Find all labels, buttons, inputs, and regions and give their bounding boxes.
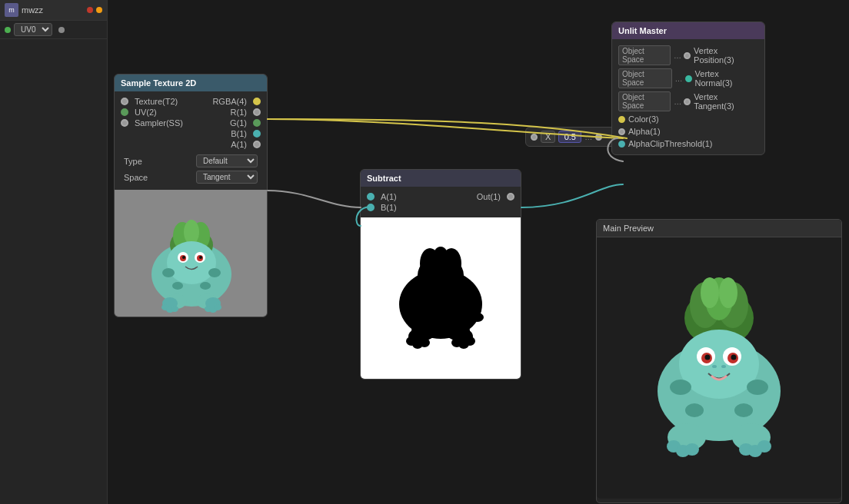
sample-texture-header: Sample Texture 2D xyxy=(115,75,267,91)
label-out: Out(1) xyxy=(477,192,501,201)
sample-texture-2d-node: Sample Texture 2D Texture(T2) UV(2) Samp… xyxy=(114,74,268,317)
svg-point-73 xyxy=(757,440,771,453)
type-field-row: Type Default Normal xyxy=(121,153,261,169)
svg-point-44 xyxy=(471,313,484,322)
vtang-dots: … xyxy=(674,98,681,106)
socket-a-out[interactable] xyxy=(253,141,261,148)
unlit-row-alpha: Alpha(1) xyxy=(618,125,758,138)
main-preview-header: Main Preview xyxy=(597,220,841,237)
socket-b-out[interactable] xyxy=(253,130,261,138)
socket-r-out[interactable] xyxy=(253,108,261,116)
socket-vnorm-in[interactable] xyxy=(685,75,692,82)
label-a: A(1) xyxy=(231,140,247,149)
unlit-row-vnorm: Object Space … Vertex Normal(3) xyxy=(618,67,758,90)
svg-point-50 xyxy=(701,277,719,308)
svg-point-32 xyxy=(432,247,449,273)
svg-point-15 xyxy=(172,282,183,290)
socket-uv-in[interactable] xyxy=(121,108,128,116)
socket-alpha-in[interactable] xyxy=(618,128,625,135)
unlit-master-header: Unlit Master xyxy=(612,22,764,39)
label-uv: UV(2) xyxy=(135,108,157,117)
output-row-g: G(1) xyxy=(230,118,261,128)
subtract-cols: A(1) B(1) Out(1) xyxy=(367,191,514,213)
vnorm-dots: … xyxy=(675,75,683,83)
svg-point-6 xyxy=(167,241,216,284)
alpha-right-socket[interactable] xyxy=(595,134,602,141)
avatar: m xyxy=(5,3,18,17)
input-row-texture: Texture(T2) xyxy=(121,96,191,107)
dot-red[interactable] xyxy=(87,7,93,13)
type-label: Type xyxy=(124,157,142,166)
socket-color-in[interactable] xyxy=(618,116,625,123)
label-b: B(1) xyxy=(231,129,247,138)
wire-a-subtract xyxy=(268,191,361,207)
bulbasaur-preview-svg xyxy=(115,190,267,317)
label-alphaclip: AlphaClipThreshold(1) xyxy=(628,139,712,148)
svg-point-70 xyxy=(685,443,699,456)
unlit-row-alphaclip: AlphaClipThreshold(1) xyxy=(618,138,758,150)
label-sampler: Sampler(SS) xyxy=(135,118,183,128)
svg-point-13 xyxy=(162,268,175,277)
socket-rgba-out[interactable] xyxy=(253,98,261,105)
unlit-row-color: Color(3) xyxy=(618,113,758,125)
unlit-master-title: Unlit Master xyxy=(618,26,667,35)
svg-point-64 xyxy=(685,403,704,417)
svg-point-12 xyxy=(199,256,202,259)
left-panel: m mwzz UV0 UV1 xyxy=(0,0,108,504)
uv-select[interactable]: UV0 UV1 xyxy=(14,23,52,36)
dot-yellow[interactable] xyxy=(96,7,102,13)
space-field-row: Space Tangent Object World xyxy=(121,169,261,185)
subtract-input-a: A(1) xyxy=(367,191,441,202)
svg-point-59 xyxy=(731,355,737,360)
sample-texture-title: Sample Texture 2D xyxy=(121,78,196,88)
space-select[interactable]: Tangent Object World xyxy=(196,171,258,184)
alpha-value: 0.5 xyxy=(558,131,581,143)
subtract-output-out: Out(1) xyxy=(477,191,514,202)
unlit-master-body: Object Space … Vertex Position(3) Object… xyxy=(612,39,764,154)
socket-vpos-in[interactable] xyxy=(684,52,691,59)
svg-point-62 xyxy=(670,380,691,395)
sample-texture-preview xyxy=(115,190,267,317)
socket-sampler-in[interactable] xyxy=(121,119,128,127)
socket-g-out[interactable] xyxy=(253,119,261,127)
label-g: G(1) xyxy=(230,118,247,128)
badge-vtang: Object Space xyxy=(618,91,671,111)
label-alpha: Alpha(1) xyxy=(628,127,661,136)
svg-point-14 xyxy=(208,268,221,277)
svg-point-65 xyxy=(734,403,753,417)
socket-alphaclip-in[interactable] xyxy=(618,141,625,148)
svg-point-61 xyxy=(721,365,726,368)
subtract-title: Subtract xyxy=(367,174,401,183)
label-vnorm: Vertex Normal(3) xyxy=(695,69,758,88)
socket-a-in[interactable] xyxy=(367,193,375,201)
alpha-dots: … xyxy=(584,133,592,141)
socket-b-in[interactable] xyxy=(367,204,375,211)
type-select[interactable]: Default Normal xyxy=(196,154,258,167)
subtract-header: Subtract xyxy=(361,170,521,187)
subtract-body: A(1) B(1) Out(1) xyxy=(361,187,521,217)
socket-out-out[interactable] xyxy=(507,193,514,201)
subtract-inputs: A(1) B(1) xyxy=(367,191,441,213)
label-vpos: Vertex Position(3) xyxy=(694,46,758,65)
svg-point-26 xyxy=(214,304,221,310)
socket-vtang-in[interactable] xyxy=(684,98,691,105)
output-row-a: A(1) xyxy=(231,139,261,150)
username-label: mwzz xyxy=(22,5,84,15)
output-row-rgba: RGBA(4) xyxy=(212,96,261,107)
alpha-const-node: X 0.5 … xyxy=(525,127,618,147)
svg-point-58 xyxy=(705,355,711,360)
socket-texture-in[interactable] xyxy=(121,98,128,105)
subtract-preview-svg xyxy=(364,221,518,375)
main-preview-title: Main Preview xyxy=(603,224,654,233)
uv-dot xyxy=(5,27,11,33)
subtract-outputs: Out(1) xyxy=(441,191,514,213)
alpha-left-socket[interactable] xyxy=(531,134,538,141)
alpha-x-label: X xyxy=(541,131,555,143)
svg-point-40 xyxy=(419,338,430,347)
sample-texture-body: Texture(T2) UV(2) Sampler(SS) RGBA(4) xyxy=(115,91,267,190)
unlit-master-node: Unlit Master Object Space … Vertex Posit… xyxy=(611,22,765,155)
badge-vnorm: Object Space xyxy=(618,68,672,88)
wire-subtract-alphaclip xyxy=(521,184,623,207)
label-a-in: A(1) xyxy=(381,192,397,201)
label-vtang: Vertex Tangent(3) xyxy=(694,92,758,111)
